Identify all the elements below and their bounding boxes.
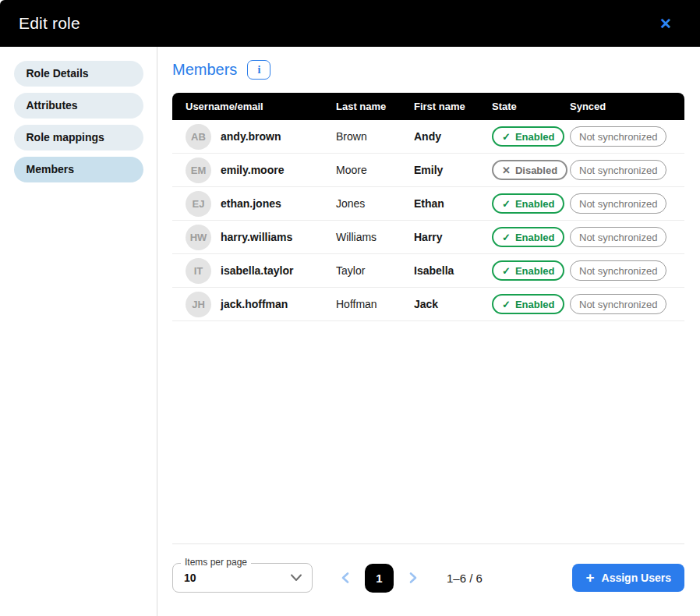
state-badge: ✓Enabled [492,227,564,247]
state-badge: ✓Enabled [492,294,564,314]
avatar: EJ [186,191,211,217]
first-name-cell: Jack [414,298,492,310]
current-page-button[interactable]: 1 [365,564,394,593]
table-row: JH jack.hoffman Hoffman Jack ✓Enabled No… [172,288,684,321]
username-cell: emily.moore [221,164,284,176]
state-badge: ✓Enabled [492,126,564,147]
check-icon: ✓ [502,132,511,142]
info-icon[interactable]: i [247,60,270,80]
x-icon: ✕ [502,165,511,175]
previous-page-button[interactable] [334,566,357,589]
check-icon: ✓ [502,232,511,243]
username-cell: andy.brown [221,130,281,143]
first-name-cell: Isabella [414,264,492,277]
sidebar: Role Details Attributes Role mappings Me… [0,47,157,616]
state-badge: ✓Enabled [492,193,564,214]
synced-badge: Not synchronized [570,160,666,180]
last-name-cell: Jones [336,197,414,210]
table-row: AB andy.brown Brown Andy ✓Enabled Not sy… [172,120,684,154]
synced-badge: Not synchronized [570,126,666,147]
table-empty-space [172,321,684,543]
table-row: EM emily.moore Moore Emily ✕Disabled Not… [172,154,684,187]
avatar: JH [186,292,211,317]
first-name-cell: Ethan [414,197,492,210]
members-table: Username/email Last name First name Stat… [172,93,684,321]
assign-users-button[interactable]: + Assign Users [572,564,684,592]
state-badge: ✓Enabled [492,260,564,281]
check-icon: ✓ [502,266,511,276]
col-header-first-name: First name [414,101,492,112]
sidebar-item-members[interactable]: Members [14,157,143,182]
items-per-page-label: Items per page [181,557,251,568]
username-cell: harry.williams [221,231,292,243]
synced-badge: Not synchronized [570,260,666,281]
avatar: EM [186,158,211,183]
plus-icon: + [585,570,594,585]
last-name-cell: Brown [336,130,414,143]
col-header-state: State [492,101,570,112]
synced-badge: Not synchronized [570,227,666,247]
chevron-left-icon [340,572,351,584]
members-panel: Members i Username/email Last name First… [157,47,700,616]
last-name-cell: Moore [336,164,414,176]
first-name-cell: Andy [414,130,492,143]
avatar: IT [186,258,211,284]
first-name-cell: Harry [414,231,492,243]
dialog-title: Edit role [19,14,80,33]
sidebar-item-role-details[interactable]: Role Details [14,61,143,87]
last-name-cell: Taylor [336,264,414,277]
col-header-username: Username/email [172,101,336,112]
table-row: HW harry.williams Williams Harry ✓Enable… [172,221,684,254]
last-name-cell: Hoffman [336,298,414,310]
page-title: Members [172,61,237,79]
chevron-right-icon [408,572,419,584]
table-header: Username/email Last name First name Stat… [172,93,684,120]
next-page-button[interactable] [401,566,425,589]
assign-users-label: Assign Users [602,572,671,584]
sidebar-item-attributes[interactable]: Attributes [14,93,143,119]
synced-badge: Not synchronized [570,193,666,214]
items-per-page-value: 10 [184,572,196,584]
state-badge: ✕Disabled [492,160,567,180]
username-cell: jack.hoffman [221,298,288,310]
last-name-cell: Williams [336,231,414,243]
page-range-label: 1–6 / 6 [447,572,483,585]
col-header-synced: Synced [570,101,684,112]
close-icon[interactable]: ✕ [655,13,677,34]
pagination: 1 1–6 / 6 [334,564,483,593]
table-row: EJ ethan.jones Jones Ethan ✓Enabled Not … [172,187,684,221]
check-icon: ✓ [502,199,511,209]
sidebar-item-role-mappings[interactable]: Role mappings [14,125,143,150]
col-header-last-name: Last name [336,101,414,112]
avatar: AB [186,124,211,150]
table-footer: Items per page 10 1 [172,543,684,616]
edit-role-dialog: Edit role ✕ Role Details Attributes Role… [0,0,700,616]
username-cell: ethan.jones [221,197,281,210]
check-icon: ✓ [502,299,511,310]
username-cell: isabella.taylor [221,264,293,277]
chevron-down-icon [290,574,302,582]
synced-badge: Not synchronized [570,294,666,314]
first-name-cell: Emily [414,164,492,176]
dialog-header: Edit role ✕ [0,0,700,47]
table-row: IT isabella.taylor Taylor Isabella ✓Enab… [172,254,684,288]
avatar: HW [186,225,211,250]
items-per-page-select[interactable]: Items per page 10 [172,563,313,593]
